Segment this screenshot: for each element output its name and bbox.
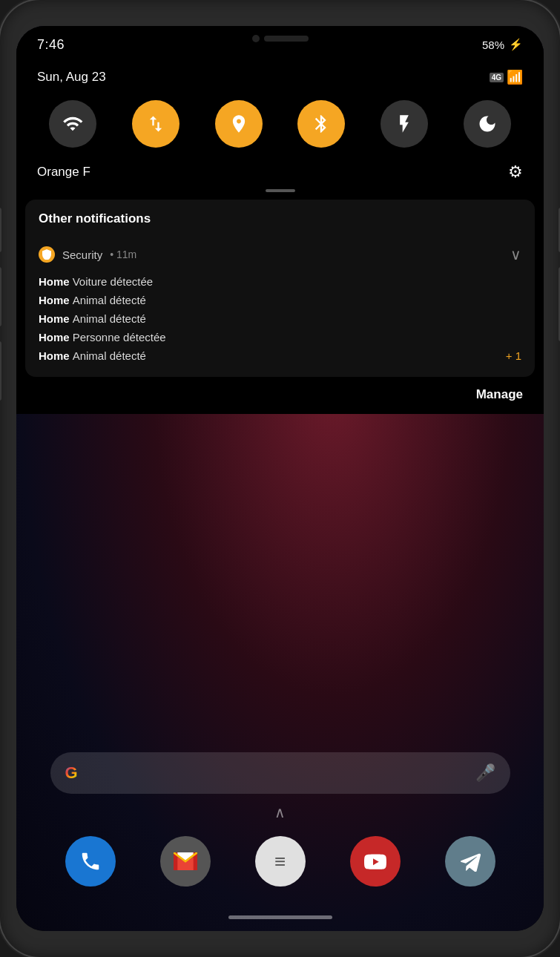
network-row: Orange F ⚙ bbox=[16, 160, 544, 189]
phone-screen: 7:46 58% ⚡ Sun, Aug 23 4G 📶 bbox=[16, 26, 544, 931]
dock-telegram-icon[interactable] bbox=[445, 836, 495, 887]
notif-header: Other notifications bbox=[25, 200, 535, 235]
qs-location-button[interactable] bbox=[215, 100, 263, 148]
nav-bar bbox=[228, 915, 332, 919]
quick-settings-row bbox=[16, 94, 544, 160]
dock-gmail-icon[interactable] bbox=[160, 836, 211, 887]
qs-data-button[interactable] bbox=[132, 100, 179, 148]
dock-phone-icon[interactable] bbox=[65, 836, 116, 887]
security-app-icon bbox=[39, 246, 55, 263]
dock-youtube-icon[interactable] bbox=[350, 836, 401, 887]
notif-text-4: Personne détectée bbox=[73, 331, 166, 343]
notif-item-3: Home Animal détecté bbox=[39, 309, 521, 328]
camera-lens bbox=[252, 35, 260, 42]
notif-item-1: Home Voiture détectée bbox=[39, 272, 521, 291]
notif-item-2: Home Animal détecté bbox=[39, 291, 521, 309]
volume-up-button[interactable] bbox=[0, 208, 1, 252]
qs-bluetooth-button[interactable] bbox=[297, 100, 345, 148]
phone-device: 7:46 58% ⚡ Sun, Aug 23 4G 📶 bbox=[0, 0, 560, 957]
notif-bold-4: Home bbox=[39, 331, 70, 343]
notifications-panel: Other notifications Security • 11m ∨ bbox=[25, 200, 535, 377]
notif-item-4: Home Personne détectée bbox=[39, 328, 521, 346]
camera-area bbox=[252, 35, 309, 42]
notif-items-list: Home Voiture détectée Home Animal détect… bbox=[25, 269, 535, 377]
manage-button[interactable]: Manage bbox=[476, 387, 523, 402]
network-name: Orange F bbox=[37, 165, 90, 180]
notif-text-5: Animal détecté bbox=[73, 349, 146, 362]
app-dock: ≡ bbox=[43, 836, 518, 887]
status-right: 58% ⚡ bbox=[482, 38, 523, 51]
battery-percent: 58% bbox=[482, 39, 504, 51]
signal-bars-icon: 📶 bbox=[507, 69, 523, 85]
status-time: 7:46 bbox=[37, 37, 65, 53]
drag-handle bbox=[266, 189, 295, 192]
notif-item-5: Home Animal détecté + 1 bbox=[39, 346, 521, 365]
date-row: Sun, Aug 23 4G 📶 bbox=[16, 63, 544, 94]
qs-flashlight-button[interactable] bbox=[381, 100, 428, 148]
mic-icon[interactable]: 🎤 bbox=[475, 763, 495, 783]
notif-app-name: Security bbox=[62, 249, 102, 261]
notif-extra-count: + 1 bbox=[506, 349, 521, 362]
google-logo: G bbox=[65, 763, 78, 783]
manage-row: Manage bbox=[16, 381, 544, 414]
search-bar-wrapper: G 🎤 bbox=[50, 752, 510, 794]
speaker-bar bbox=[264, 36, 309, 42]
status-bar: 7:46 58% ⚡ bbox=[16, 26, 544, 63]
volume-down-button-2[interactable] bbox=[0, 341, 1, 401]
volume-down-button[interactable] bbox=[0, 267, 1, 326]
qs-nightmode-button[interactable] bbox=[464, 100, 511, 148]
notification-shade: 7:46 58% ⚡ Sun, Aug 23 4G 📶 bbox=[16, 26, 544, 414]
settings-icon[interactable]: ⚙ bbox=[508, 162, 523, 182]
notif-text-2: Animal détecté bbox=[73, 294, 146, 306]
signal-badge: 4G bbox=[490, 73, 504, 82]
notif-app-time: • 11m bbox=[110, 249, 136, 260]
signal-area: 4G 📶 bbox=[490, 69, 523, 85]
swipe-up-indicator: ∧ bbox=[274, 803, 286, 821]
notif-header-title: Other notifications bbox=[39, 211, 151, 226]
qs-wifi-button[interactable] bbox=[49, 100, 96, 148]
notif-bold-2: Home bbox=[39, 294, 70, 306]
notif-app-left: Security • 11m bbox=[39, 246, 136, 263]
notif-bold-1: Home bbox=[39, 275, 70, 288]
date-text: Sun, Aug 23 bbox=[37, 70, 106, 85]
dock-assistant-icon[interactable]: ≡ bbox=[255, 836, 306, 887]
notif-text-3: Animal détecté bbox=[73, 312, 146, 325]
notif-bold-5: Home bbox=[39, 349, 70, 362]
notif-app-row[interactable]: Security • 11m ∨ bbox=[25, 235, 535, 269]
search-bar[interactable]: G 🎤 bbox=[50, 752, 510, 794]
battery-icon: ⚡ bbox=[509, 38, 523, 51]
chevron-down-icon[interactable]: ∨ bbox=[510, 246, 521, 263]
notif-text-1: Voiture détectée bbox=[73, 275, 153, 288]
notif-bold-3: Home bbox=[39, 312, 70, 325]
